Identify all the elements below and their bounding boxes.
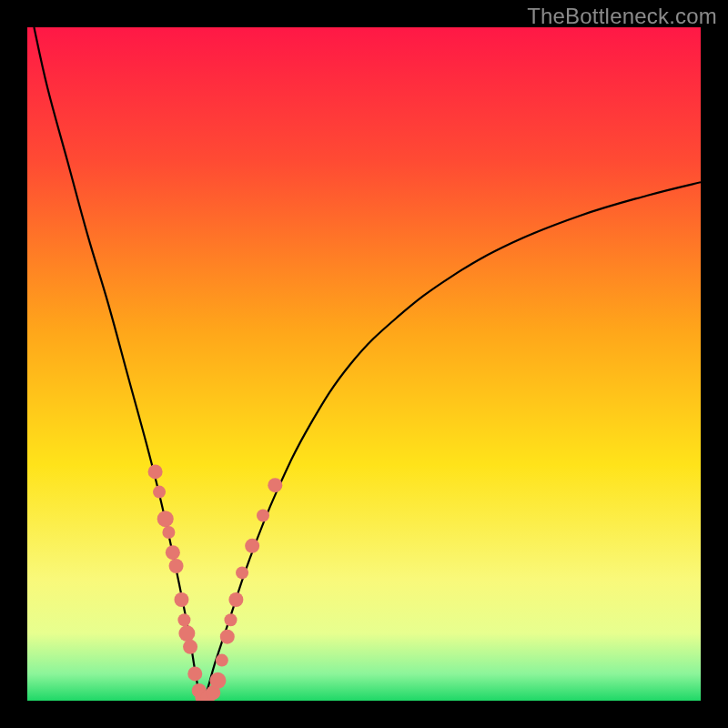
sample-dot <box>169 559 184 573</box>
sample-dot <box>236 566 248 579</box>
sample-dot <box>268 478 282 492</box>
sample-dot <box>245 539 259 553</box>
curve-layer <box>27 27 701 701</box>
sample-dot <box>209 672 226 689</box>
sample-dot <box>166 545 180 560</box>
sample-dot <box>183 640 197 654</box>
sample-dot <box>187 666 202 681</box>
sample-dot <box>177 613 190 626</box>
sample-dot <box>224 613 237 626</box>
sample-dot <box>148 464 163 479</box>
sample-dot <box>220 630 235 644</box>
sample-dot <box>178 625 195 642</box>
plot-area <box>27 27 701 701</box>
sample-dot <box>257 510 269 522</box>
sample-dot <box>216 654 228 667</box>
sample-dot <box>153 486 166 499</box>
watermark-text: TheBottleneck.com <box>527 4 717 29</box>
sample-dot <box>228 592 243 607</box>
sample-dot <box>157 511 174 527</box>
chart-frame: TheBottleneck.com <box>0 0 728 728</box>
bottleneck-curve <box>34 27 701 701</box>
sample-dot <box>162 526 175 539</box>
sample-dot <box>174 592 188 607</box>
